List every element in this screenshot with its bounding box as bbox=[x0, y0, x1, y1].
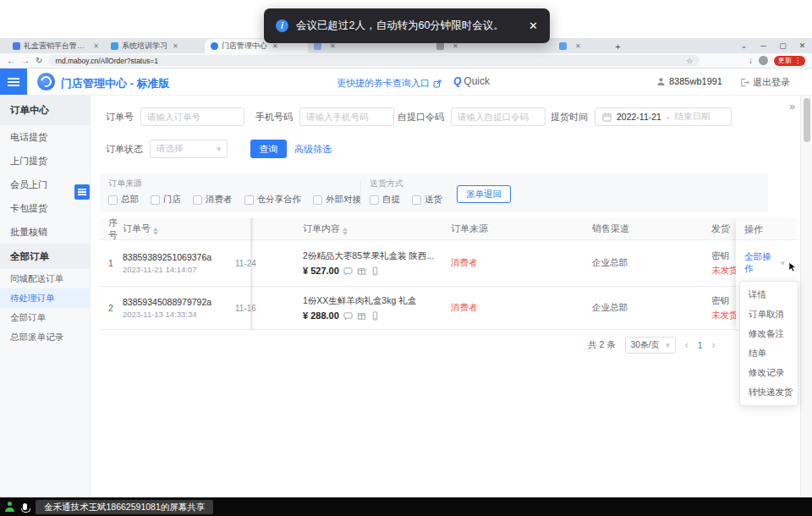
coupon-query-label: 更快捷的券卡查询入口 bbox=[337, 77, 430, 90]
gift-box-icon[interactable] bbox=[357, 311, 366, 321]
microphone-icon[interactable] bbox=[23, 503, 27, 510]
phone-icon[interactable] bbox=[370, 266, 380, 276]
sort-icon[interactable] bbox=[343, 228, 348, 235]
hamburger-small-icon bbox=[78, 191, 86, 193]
sidebar-section-all-orders[interactable]: 全部订单 bbox=[0, 244, 90, 269]
browser-update-button[interactable]: 更新 ⋮ bbox=[774, 56, 805, 66]
order-no-input[interactable] bbox=[140, 107, 244, 126]
sidebar-item-phone-pickup[interactable]: 电话提货 bbox=[0, 125, 90, 149]
prev-page-button[interactable]: ‹ bbox=[685, 339, 689, 351]
sidebar-item-pending-orders[interactable]: 待处理订单 bbox=[0, 288, 90, 308]
search-button[interactable]: 查询 bbox=[250, 140, 287, 158]
address-bar[interactable]: rnd.maboy.cn/AllOrder?status=1 ☆ bbox=[48, 55, 700, 66]
dispatch-return-button[interactable]: 派单退回 bbox=[457, 185, 511, 203]
menu-item-edit-remark[interactable]: 修改备注 bbox=[740, 324, 798, 343]
tab-close-icon[interactable]: ✕ bbox=[330, 42, 336, 50]
header-order-source: 订单来源 bbox=[451, 222, 592, 235]
main-content: » 订单号 手机号码 自提口令码 提货时间 2022-11-21 bbox=[91, 96, 800, 497]
scrollbar-thumb[interactable] bbox=[804, 98, 810, 142]
forward-icon[interactable]: → bbox=[21, 57, 30, 65]
checkbox-icon[interactable] bbox=[151, 195, 160, 205]
sidebar-item-hq-dispatch-records[interactable]: 总部派单记录 bbox=[0, 327, 90, 347]
page-size-select[interactable]: 30条/页 ▾ bbox=[625, 337, 676, 354]
checkbox-delivery-delivery[interactable]: 送货 bbox=[412, 194, 442, 206]
date-range-picker[interactable]: 2022-11-21 - 结束日期 bbox=[595, 107, 732, 126]
app-logo bbox=[37, 73, 55, 91]
header-order-content[interactable]: 订单内容 bbox=[303, 222, 451, 235]
back-icon[interactable]: ← bbox=[7, 57, 15, 65]
message-icon[interactable] bbox=[343, 266, 353, 276]
page-scrollbar[interactable] bbox=[800, 96, 812, 497]
checkbox-icon[interactable] bbox=[193, 195, 202, 205]
window-maximize-icon[interactable]: ▢ bbox=[773, 38, 793, 53]
browser-tab-6[interactable]: ✕ bbox=[553, 39, 611, 53]
menu-item-to-express[interactable]: 转快递发货 bbox=[740, 382, 798, 402]
coupon-query-link[interactable]: 更快捷的券卡查询入口 bbox=[337, 77, 442, 90]
tab-close-icon[interactable]: ✕ bbox=[173, 42, 178, 50]
gift-box-icon[interactable] bbox=[357, 266, 366, 276]
tab-search-icon[interactable]: ⌄ bbox=[734, 38, 754, 53]
checkbox-icon[interactable] bbox=[412, 195, 421, 205]
menu-item-edit-history[interactable]: 修改记录 bbox=[740, 363, 798, 382]
current-page[interactable]: 1 bbox=[698, 340, 703, 350]
checkbox-source-hq[interactable]: 总部 bbox=[108, 194, 139, 206]
screen-share-bar: 金禾通技术王斌18662591081的屏幕共享 bbox=[0, 497, 812, 516]
panel-collapse-icon[interactable]: » bbox=[789, 101, 795, 113]
mouse-cursor bbox=[788, 261, 797, 272]
download-icon[interactable]: ↓ bbox=[749, 57, 753, 65]
checkbox-delivery-self-pickup[interactable]: 自提 bbox=[370, 194, 400, 206]
message-icon[interactable] bbox=[343, 311, 353, 321]
phone-icon[interactable] bbox=[370, 311, 380, 321]
checkbox-icon[interactable] bbox=[108, 195, 118, 205]
sidebar-item-batch-verify[interactable]: 批量核销 bbox=[0, 220, 90, 244]
checkbox-source-consumer[interactable]: 消费者 bbox=[193, 194, 233, 206]
reload-icon[interactable]: ↻ bbox=[36, 57, 42, 65]
hamburger-menu-button[interactable] bbox=[0, 69, 27, 95]
sort-icon[interactable] bbox=[153, 228, 158, 235]
tab-close-icon[interactable]: ✕ bbox=[453, 42, 458, 50]
tab-close-icon[interactable]: ✕ bbox=[93, 42, 99, 50]
menu-item-cancel-order[interactable]: 订单取消 bbox=[740, 305, 798, 324]
order-price: ¥ 527.00 bbox=[303, 266, 339, 276]
quick-search[interactable]: Q Quick bbox=[453, 75, 490, 87]
logout-icon bbox=[740, 78, 749, 87]
advanced-filter-link[interactable]: 高级筛选 bbox=[294, 143, 332, 156]
sidebar-item-all-orders[interactable]: 全部订单 bbox=[0, 308, 90, 327]
sidebar-collapse-toggle[interactable] bbox=[74, 184, 90, 200]
logout-button[interactable]: 退出登录 bbox=[740, 76, 790, 89]
tab-favicon-icon bbox=[559, 42, 567, 50]
row-action-dropdown[interactable]: 全部操作 ▾ bbox=[736, 240, 797, 287]
header-order-no[interactable]: 订单号 bbox=[123, 222, 235, 235]
sidebar-item-card-pickup[interactable]: 卡包提货 bbox=[0, 196, 90, 220]
checkbox-source-warehouse-share[interactable]: 仓分享合作 bbox=[244, 194, 302, 206]
orders-table: 序号 订单号 订单内容 订单来源 销售渠道 发货 1 8385938925106… bbox=[100, 218, 797, 330]
checkbox-icon[interactable] bbox=[244, 195, 254, 205]
pickup-code-input[interactable] bbox=[451, 107, 546, 126]
next-page-button[interactable]: › bbox=[712, 339, 716, 351]
checkbox-icon[interactable] bbox=[313, 195, 322, 205]
phone-input[interactable] bbox=[299, 107, 394, 126]
sidebar-item-door-pickup[interactable]: 上门提货 bbox=[0, 149, 90, 173]
tab-close-icon[interactable]: ✕ bbox=[575, 42, 581, 50]
table-row-1[interactable]: 1 83859389251069376a 2023-11-21 14:14:07… bbox=[100, 240, 797, 287]
bookmark-star-icon[interactable]: ☆ bbox=[686, 57, 693, 65]
order-status-select[interactable]: 请选择 ▾ bbox=[150, 140, 228, 158]
table-row-2[interactable]: 2 83859345088979792a 2023-11-13 14:33:34… bbox=[100, 287, 797, 330]
menu-item-close-order[interactable]: 结单 bbox=[740, 343, 798, 363]
sidebar-section-order-center[interactable]: 订单中心 bbox=[0, 96, 90, 125]
user-account[interactable]: 8385wb1991 bbox=[656, 76, 722, 86]
tab-title: 门店管理中心 bbox=[222, 41, 267, 52]
checkbox-source-external[interactable]: 外部对接 bbox=[313, 194, 361, 206]
browser-profile-avatar[interactable] bbox=[759, 56, 768, 65]
menu-item-details[interactable]: 详情 bbox=[740, 285, 798, 305]
tab-close-icon[interactable]: ✕ bbox=[272, 42, 278, 50]
browser-tab-1[interactable]: 礼盒营销平台管理中心 ✕ bbox=[7, 39, 105, 53]
sidebar-item-city-delivery-orders[interactable]: 同城配送订单 bbox=[0, 269, 90, 288]
checkbox-icon[interactable] bbox=[370, 195, 379, 205]
notification-close-icon[interactable]: ✕ bbox=[529, 19, 538, 32]
window-close-icon[interactable]: ✕ bbox=[793, 38, 812, 53]
checkbox-source-store[interactable]: 门店 bbox=[151, 194, 181, 206]
new-tab-button[interactable]: + bbox=[611, 39, 625, 53]
browser-tab-2[interactable]: 系统培训学习 ✕ bbox=[105, 39, 205, 53]
window-minimize-icon[interactable]: ─ bbox=[754, 38, 773, 53]
